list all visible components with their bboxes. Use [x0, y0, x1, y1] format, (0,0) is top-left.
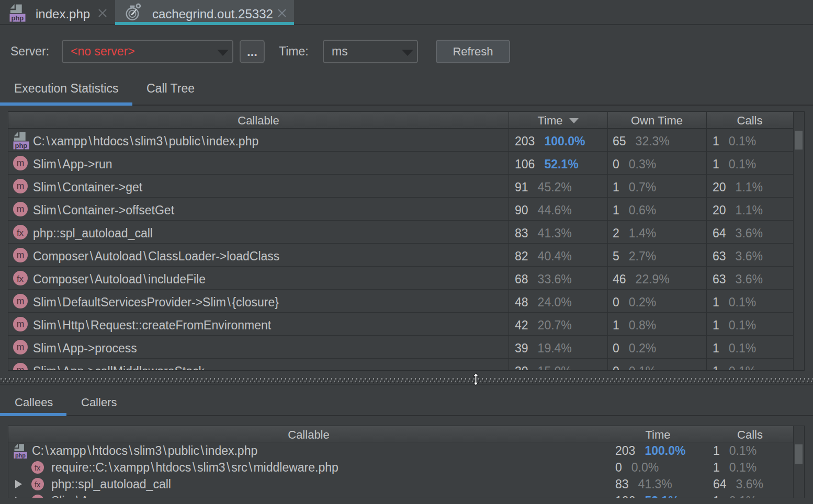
svg-text:fx: fx: [35, 464, 41, 472]
svg-text:m: m: [17, 250, 25, 260]
svg-text:fx: fx: [17, 274, 24, 284]
svg-text:m: m: [17, 319, 25, 329]
svg-text:m: m: [17, 204, 25, 214]
svg-text:fx: fx: [17, 228, 24, 238]
svg-text:m: m: [17, 365, 25, 371]
svg-text:php: php: [15, 452, 26, 459]
svg-text:fx: fx: [35, 480, 41, 489]
svg-text:php: php: [11, 14, 24, 22]
svg-text:m: m: [17, 158, 25, 168]
svg-text:m: m: [17, 342, 25, 352]
svg-text:m: m: [17, 181, 25, 191]
svg-text:m: m: [17, 296, 25, 306]
svg-text:php: php: [15, 141, 27, 149]
svg-text:m: m: [35, 496, 41, 498]
